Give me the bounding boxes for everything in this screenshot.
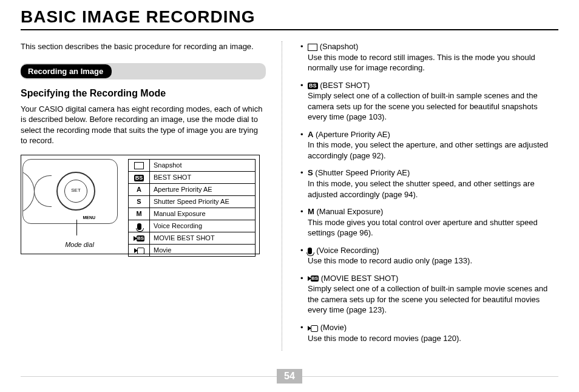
page-footer: 54 — [0, 369, 579, 384]
bs-icon: BS — [308, 83, 318, 89]
list-item: BS (MOVIE BEST SHOT) Simply select one o… — [300, 273, 558, 316]
mode-label: Aperture Priority AE — [150, 183, 256, 195]
table-row: M Manual Exposure — [129, 208, 256, 220]
movie-bs-icon: BS — [311, 275, 319, 282]
table-row: Snapshot — [129, 159, 256, 171]
content-columns: This section describes the basic procedu… — [21, 41, 558, 351]
list-item: A (Aperture Priority AE) In this mode, y… — [300, 129, 558, 161]
list-item: BS (BEST SHOT) Simply select one of a co… — [300, 80, 558, 123]
list-item: S (Shutter Speed Priority AE) In this mo… — [300, 167, 558, 200]
item-title: (Manual Exposure) — [316, 207, 383, 216]
title-bar: BASIC IMAGE RECORDING — [21, 7, 558, 30]
item-body: In this mode, you select the shutter spe… — [308, 179, 535, 199]
item-title: (Aperture Priority AE) — [316, 130, 390, 139]
intro-paragraph: This section describes the basic procedu… — [21, 41, 263, 52]
table-row: BS MOVIE BEST SHOT — [129, 232, 256, 244]
camera-diagram-container: SET MENU Mode dial — [25, 159, 128, 250]
mic-icon — [308, 248, 312, 254]
list-item: M (Manual Exposure) This mode gives you … — [300, 206, 558, 238]
mode-dial-figure: SET MENU Mode dial Snapshot BS BEST SHOT — [21, 155, 260, 254]
item-title: (Snapshot) — [320, 42, 359, 51]
table-row: S Shutter Speed Priority AE — [129, 195, 256, 208]
table-row: BS BEST SHOT — [129, 171, 256, 183]
item-title: (MOVIE BEST SHOT) — [321, 274, 399, 283]
item-body: Use this mode to record movies (page 120… — [308, 334, 461, 343]
mode-label: Shutter Speed Priority AE — [150, 195, 256, 208]
mode-label: BEST SHOT — [150, 171, 256, 183]
list-item: (Movie) Use this mode to record movies (… — [300, 322, 558, 344]
item-title: (Shutter Speed Priority AE) — [315, 168, 410, 177]
table-row: Voice Recording — [129, 220, 256, 232]
mode-label: Movie — [150, 244, 256, 256]
letter-m-icon: M — [308, 207, 314, 216]
item-body: This mode gives you total control over a… — [308, 218, 538, 238]
item-title: (Movie) — [320, 323, 347, 332]
right-column: (Snapshot) Use this mode to record still… — [282, 41, 558, 351]
subheading: Specifying the Recording Mode — [21, 87, 263, 100]
letter-m-icon: M — [129, 208, 150, 220]
section-heading-pill: Recording an Image — [21, 63, 266, 80]
letter-a-icon: A — [308, 130, 313, 139]
item-body: Use this mode to record audio only (page… — [308, 256, 472, 265]
movie-bs-icon: BS — [137, 235, 144, 242]
snapshot-icon — [134, 162, 144, 169]
section-heading-label: Recording an Image — [21, 64, 112, 79]
camera-diagram: SET MENU — [22, 159, 118, 224]
item-body: Use this mode to record still images. Th… — [308, 53, 535, 73]
subheading-paragraph: Your CASIO digital camera has eight reco… — [21, 104, 263, 146]
table-row: Movie — [129, 244, 256, 256]
item-body: In this mode, you select the aperture, a… — [308, 140, 548, 160]
mode-description-list: (Snapshot) Use this mode to record still… — [300, 41, 558, 344]
figure-caption: Mode dial — [43, 240, 116, 249]
letter-s-icon: S — [308, 168, 313, 177]
manual-page: BASIC IMAGE RECORDING This section descr… — [0, 0, 579, 392]
item-title: (Voice Recording) — [316, 246, 379, 255]
mode-label: Manual Exposure — [150, 208, 256, 220]
list-item: (Voice Recording) Use this mode to recor… — [300, 245, 558, 266]
letter-s-icon: S — [129, 195, 150, 208]
item-title: (BEST SHOT) — [320, 81, 370, 90]
snapshot-icon — [308, 44, 317, 51]
letter-a-icon: A — [129, 183, 150, 195]
page-number: 54 — [277, 369, 302, 384]
mode-label: Voice Recording — [150, 220, 256, 232]
table-row: A Aperture Priority AE — [129, 183, 256, 195]
mode-dial-icon: SET — [56, 172, 95, 211]
mic-icon — [137, 223, 141, 230]
list-item: (Snapshot) Use this mode to record still… — [300, 41, 558, 73]
mode-label: Snapshot — [150, 159, 256, 171]
left-column: This section describes the basic procedu… — [21, 41, 263, 351]
page-title: BASIC IMAGE RECORDING — [21, 7, 558, 29]
bs-icon: BS — [134, 175, 144, 181]
movie-icon — [134, 246, 144, 255]
mode-label: MOVIE BEST SHOT — [150, 232, 256, 244]
item-body: Simply select one of a collection of bui… — [308, 284, 547, 314]
item-body: Simply select one of a collection of bui… — [308, 91, 538, 121]
mode-table: Snapshot BS BEST SHOT A Aperture Priorit… — [128, 159, 256, 257]
movie-icon — [308, 323, 318, 334]
